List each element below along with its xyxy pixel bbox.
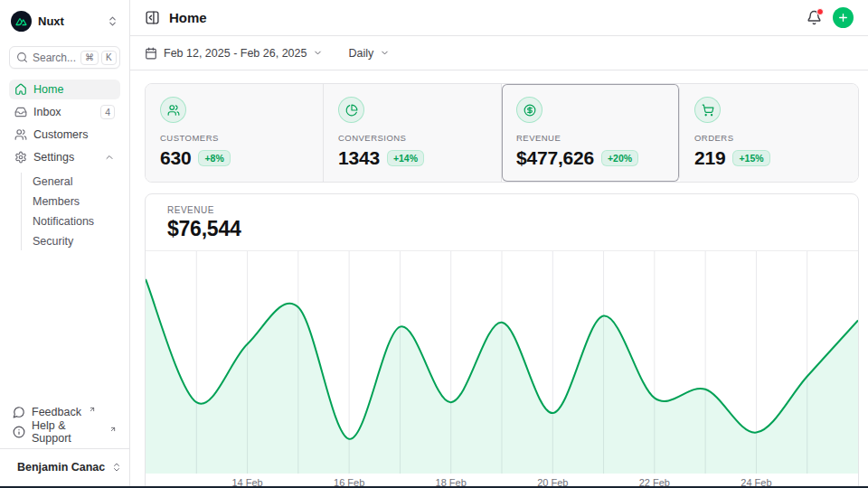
notifications-button[interactable] [807, 10, 822, 25]
revenue-area-chart[interactable]: 14 Feb16 Feb18 Feb20 Feb22 Feb24 Feb [146, 251, 858, 488]
sidebar-bottom: Feedback Help & Support Benjamin Canac [9, 402, 120, 481]
chart-current-value: $76,544 [167, 217, 836, 241]
stat-value: 630 [160, 147, 191, 169]
kbd-cmd: ⌘ [80, 51, 99, 65]
user-menu[interactable]: Benjamin Canac [9, 455, 120, 481]
stat-card-revenue[interactable]: REVENUE $477,626 +20% [502, 84, 680, 182]
granularity-label: Daily [348, 47, 373, 60]
chart-title: REVENUE [167, 205, 836, 215]
inbox-count-badge: 4 [100, 105, 115, 119]
sidebar-item-security[interactable]: Security [33, 232, 120, 250]
home-icon [14, 83, 27, 96]
stat-label: REVENUE [516, 133, 665, 143]
sidebar-item-general[interactable]: General [33, 173, 120, 191]
stat-delta-badge: +20% [601, 150, 638, 166]
external-link-icon [89, 406, 96, 413]
calendar-icon [145, 47, 157, 60]
team-selector[interactable]: Nuxt [9, 9, 120, 33]
notification-dot [816, 8, 824, 15]
stat-label: CONVERSIONS [338, 133, 486, 143]
info-circle-icon [13, 426, 25, 438]
stat-label: ORDERS [694, 133, 844, 143]
stat-value: $477,626 [516, 147, 594, 169]
gear-icon [14, 151, 27, 164]
sidebar-item-notifications[interactable]: Notifications [33, 212, 120, 230]
stat-card-orders[interactable]: ORDERS 219 +15% [680, 84, 858, 182]
chevron-up-icon [104, 152, 115, 163]
kbd-k: K [101, 51, 117, 65]
sidebar-item-members[interactable]: Members [33, 192, 120, 211]
sidebar-item-label: Inbox [33, 106, 61, 118]
stats-row: CUSTOMERS 630 +8% CONVERSIONS 1343 +14% [145, 83, 859, 183]
search-placeholder: Search... [33, 52, 76, 64]
chevron-down-icon [380, 48, 390, 58]
sidebar-item-label: Customers [33, 128, 88, 141]
circle-dollar-icon [516, 97, 542, 123]
sidebar-item-settings[interactable]: Settings [9, 147, 120, 167]
stat-delta-badge: +15% [732, 150, 769, 166]
team-name: Nuxt [38, 14, 100, 28]
page-header: Home [130, 0, 868, 36]
help-support-link[interactable]: Help & Support [9, 422, 120, 442]
users-icon [14, 128, 27, 141]
nuxt-logo-icon [11, 11, 32, 32]
feedback-label: Feedback [32, 406, 81, 418]
sidebar-item-customers[interactable]: Customers [9, 125, 120, 145]
divider [0, 448, 129, 449]
user-name: Benjamin Canac [17, 461, 105, 474]
sidebar: Nuxt Search... ⌘ K [0, 0, 130, 488]
sidebar-item-label: Settings [33, 151, 74, 164]
sidebar-top: Nuxt Search... ⌘ K [9, 9, 120, 252]
stat-label: CUSTOMERS [160, 133, 308, 143]
chevrons-up-down-icon [111, 462, 122, 473]
settings-sub-list: General Members Notifications Security [21, 173, 120, 250]
sidebar-item-inbox[interactable]: Inbox 4 [9, 102, 120, 122]
sidebar-item-home[interactable]: Home [9, 80, 120, 99]
stat-delta-badge: +8% [198, 150, 230, 166]
search-kbd-hint: ⌘ K [80, 51, 117, 65]
main-area: Home Feb 12, 2 [130, 0, 868, 488]
panel-left-close-icon [145, 10, 160, 25]
plus-icon [837, 12, 849, 23]
stat-value: 1343 [338, 147, 380, 169]
search-input[interactable]: Search... ⌘ K [9, 46, 120, 69]
page-title: Home [169, 10, 207, 25]
granularity-select[interactable]: Daily [348, 47, 390, 60]
help-support-label: Help & Support [32, 419, 102, 445]
users-icon [160, 97, 186, 123]
stat-delta-badge: +14% [387, 150, 424, 166]
chevron-down-icon [313, 48, 323, 58]
chevrons-up-down-icon [107, 15, 118, 27]
stat-value: 219 [694, 147, 725, 169]
header-actions [807, 7, 854, 28]
collapse-sidebar-button[interactable] [145, 10, 160, 25]
revenue-chart-card: REVENUE $76,544 14 Feb16 Feb18 Feb20 Feb… [145, 193, 859, 488]
shopping-cart-icon [694, 97, 721, 123]
filters-toolbar: Feb 12, 2025 - Feb 26, 2025 Daily [130, 36, 868, 70]
content: CUSTOMERS 630 +8% CONVERSIONS 1343 +14% [130, 70, 868, 488]
external-link-icon [109, 426, 117, 433]
add-button[interactable] [833, 7, 854, 28]
date-range-label: Feb 12, 2025 - Feb 26, 2025 [164, 47, 307, 60]
date-range-picker[interactable]: Feb 12, 2025 - Feb 26, 2025 [145, 47, 323, 60]
search-icon [16, 52, 28, 63]
stat-card-customers[interactable]: CUSTOMERS 630 +8% [146, 84, 324, 182]
chart-pie-icon [338, 97, 364, 123]
app-window: Nuxt Search... ⌘ K [0, 0, 868, 488]
message-circle-icon [13, 406, 25, 418]
sidebar-nav: Home Inbox 4 Customers [9, 80, 120, 252]
inbox-icon [14, 106, 27, 118]
sidebar-item-label: Home [33, 83, 63, 96]
stat-card-conversions[interactable]: CONVERSIONS 1343 +14% [324, 84, 502, 182]
chart-header: REVENUE $76,544 [146, 194, 858, 251]
